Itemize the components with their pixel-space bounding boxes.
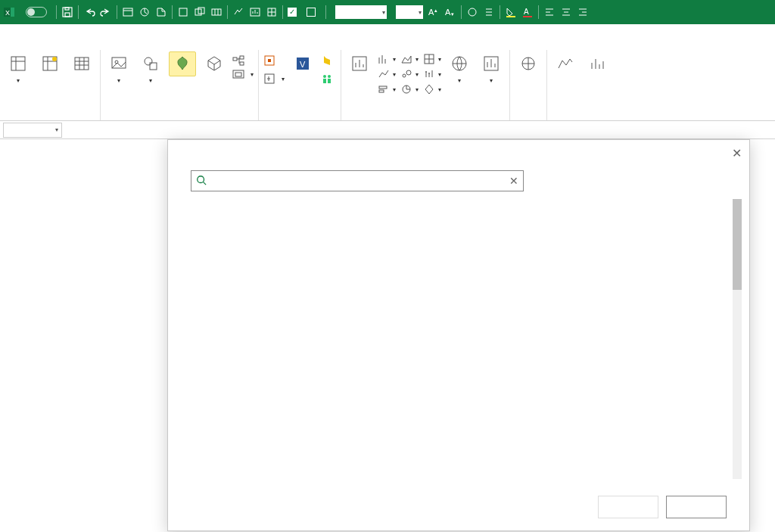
maps-button[interactable]: ▾	[446, 51, 473, 84]
recommended-charts-button[interactable]	[346, 51, 373, 76]
svg-rect-25	[75, 58, 89, 70]
people-graph-button[interactable]	[321, 73, 336, 85]
group-sparklines	[547, 50, 615, 120]
svg-rect-22	[11, 57, 25, 70]
icons-button[interactable]	[169, 51, 196, 76]
save-icon[interactable]	[61, 6, 73, 18]
group-tables: ▾	[0, 50, 101, 120]
undo-icon[interactable]	[83, 6, 95, 18]
chart-type-3[interactable]: ▾	[378, 83, 396, 95]
svg-rect-42	[323, 79, 326, 83]
qa-icon-8[interactable]	[249, 6, 261, 18]
chart-type-9[interactable]: ▾	[423, 83, 441, 95]
chart-type-6[interactable]: ▾	[400, 83, 419, 95]
get-addins-button[interactable]	[263, 54, 285, 67]
close-icon[interactable]: ✕	[732, 146, 742, 160]
qa-icon-1[interactable]	[122, 6, 134, 18]
shapes-button[interactable]: ▾	[137, 51, 164, 84]
recommended-pivot-button[interactable]	[36, 51, 64, 76]
svg-rect-30	[233, 58, 237, 61]
svg-point-24	[52, 57, 57, 61]
qa-icon-4[interactable]	[177, 6, 189, 18]
pictures-button[interactable]: ▾	[105, 51, 132, 84]
sparkline-line-button[interactable]	[552, 51, 579, 76]
qa-icon-3[interactable]	[155, 6, 167, 18]
svg-point-40	[323, 75, 326, 78]
automatic-checkbox[interactable]: ✓	[288, 8, 302, 17]
qa-icon-10[interactable]	[466, 6, 478, 18]
font-combo[interactable]: ▾	[335, 5, 387, 19]
svg-rect-3	[63, 8, 72, 17]
qa-icon-2[interactable]	[139, 6, 151, 18]
redo-icon[interactable]	[100, 6, 112, 18]
svg-point-54	[198, 176, 204, 182]
search-icon	[196, 175, 207, 188]
scrollbar[interactable]	[733, 199, 742, 479]
smartart-button[interactable]	[232, 54, 254, 67]
my-addins-button[interactable]: ▾	[263, 73, 285, 85]
qa-icon-11[interactable]	[483, 6, 495, 18]
3d-map-button[interactable]	[515, 51, 542, 76]
svg-rect-21	[523, 16, 532, 17]
font-color-icon[interactable]: A	[521, 6, 534, 18]
clear-search-icon[interactable]: ✕	[509, 175, 518, 187]
group-tours	[510, 50, 547, 120]
group-illustrations: ▾ ▾ ▾	[101, 50, 259, 120]
svg-rect-8	[179, 8, 187, 16]
svg-text:▾: ▾	[451, 11, 454, 17]
chart-type-1[interactable]: ▾	[378, 53, 396, 65]
align-right-icon[interactable]	[577, 6, 589, 18]
svg-text:▴: ▴	[434, 8, 437, 13]
svg-rect-45	[379, 86, 387, 89]
svg-text:A: A	[428, 8, 434, 17]
ribbon: ▾ ▾ ▾ ▾ ▾ V	[0, 47, 775, 121]
qa-icon-6[interactable]	[210, 6, 223, 18]
svg-point-28	[145, 58, 152, 65]
chart-type-2[interactable]: ▾	[378, 68, 396, 80]
manual-checkbox[interactable]	[307, 8, 321, 17]
chart-type-7[interactable]: ▾	[423, 53, 441, 65]
name-box[interactable]: ▾	[3, 123, 62, 138]
align-left-icon[interactable]	[543, 6, 556, 18]
fontsize-combo[interactable]: ▾	[396, 5, 423, 19]
svg-point-47	[403, 74, 406, 77]
decrease-font-icon[interactable]: A▾	[444, 6, 456, 18]
chart-type-5[interactable]: ▾	[400, 68, 419, 80]
chart-type-8[interactable]: ▾	[423, 68, 441, 80]
insert-button[interactable]	[598, 496, 658, 518]
group-charts: ▾ ▾ ▾ ▾ ▾ ▾ ▾ ▾ ▾ ▾ ▾	[341, 50, 510, 120]
svg-rect-11	[212, 9, 221, 15]
dialog-tabs	[168, 140, 749, 164]
svg-text:A: A	[445, 8, 451, 17]
svg-rect-4	[65, 13, 70, 17]
visio-button[interactable]: V	[289, 51, 316, 76]
increase-font-icon[interactable]: A▴	[428, 6, 440, 18]
pivotchart-button[interactable]: ▾	[478, 51, 505, 84]
title-bar: X ✓ ▾ ▾ A▴ A▾ A	[0, 0, 775, 24]
svg-rect-31	[240, 56, 244, 59]
sparkline-column-button[interactable]	[584, 51, 611, 76]
chart-type-4[interactable]: ▾	[400, 53, 419, 65]
3d-models-button[interactable]	[201, 51, 228, 76]
icon-results-grid	[191, 199, 727, 487]
search-input[interactable]: ✕	[191, 170, 524, 191]
svg-text:A: A	[524, 8, 529, 16]
svg-rect-32	[240, 62, 244, 65]
fill-color-icon[interactable]	[505, 6, 517, 18]
align-center-icon[interactable]	[560, 6, 572, 18]
autosave-toggle[interactable]	[23, 7, 47, 17]
menu-bar	[0, 24, 775, 47]
bing-maps-button[interactable]	[321, 54, 336, 67]
app-icon: X	[3, 6, 15, 18]
screenshot-button[interactable]: ▾	[232, 68, 254, 80]
table-button[interactable]	[68, 51, 95, 76]
svg-rect-34	[235, 73, 241, 76]
cancel-button[interactable]	[666, 496, 727, 518]
pivottable-button[interactable]: ▾	[5, 51, 32, 84]
svg-rect-6	[123, 8, 132, 16]
svg-point-48	[406, 70, 411, 75]
qa-icon-9[interactable]	[266, 6, 278, 18]
insert-icons-dialog: ✕ ✕	[167, 139, 750, 531]
qa-icon-5[interactable]	[194, 6, 206, 18]
qa-icon-7[interactable]	[232, 6, 244, 18]
